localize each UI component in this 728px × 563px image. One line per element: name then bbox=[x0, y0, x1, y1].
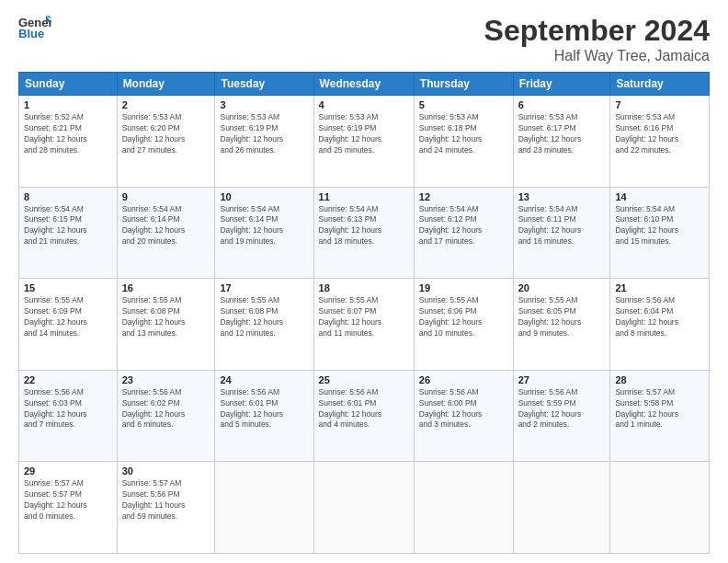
calendar-week-2: 8Sunrise: 5:54 AM Sunset: 6:15 PM Daylig… bbox=[19, 187, 710, 279]
table-row: 21Sunrise: 5:56 AM Sunset: 6:04 PM Dayli… bbox=[610, 279, 710, 371]
table-row bbox=[513, 462, 610, 554]
day-info: Sunrise: 5:53 AM Sunset: 6:16 PM Dayligh… bbox=[615, 112, 704, 156]
day-number: 25 bbox=[319, 374, 409, 385]
day-number: 5 bbox=[419, 99, 508, 110]
day-number: 12 bbox=[419, 191, 508, 202]
table-row: 16Sunrise: 5:55 AM Sunset: 6:08 PM Dayli… bbox=[117, 279, 215, 371]
table-row: 23Sunrise: 5:56 AM Sunset: 6:02 PM Dayli… bbox=[117, 370, 215, 462]
location-subtitle: Half Way Tree, Jamaica bbox=[484, 48, 710, 64]
day-info: Sunrise: 5:56 AM Sunset: 6:03 PM Dayligh… bbox=[24, 387, 112, 431]
day-number: 9 bbox=[122, 191, 210, 202]
day-info: Sunrise: 5:52 AM Sunset: 6:21 PM Dayligh… bbox=[24, 112, 112, 156]
table-row: 17Sunrise: 5:55 AM Sunset: 6:08 PM Dayli… bbox=[215, 279, 313, 371]
day-number: 10 bbox=[220, 191, 308, 202]
day-info: Sunrise: 5:54 AM Sunset: 6:15 PM Dayligh… bbox=[24, 204, 112, 248]
day-number: 22 bbox=[24, 374, 112, 385]
table-row: 29Sunrise: 5:57 AM Sunset: 5:57 PM Dayli… bbox=[19, 462, 118, 554]
table-row: 14Sunrise: 5:54 AM Sunset: 6:10 PM Dayli… bbox=[610, 187, 710, 279]
day-number: 3 bbox=[220, 99, 308, 110]
day-info: Sunrise: 5:53 AM Sunset: 6:18 PM Dayligh… bbox=[419, 112, 508, 156]
col-sunday: Sunday bbox=[19, 73, 118, 96]
day-number: 6 bbox=[518, 99, 606, 110]
table-row: 6Sunrise: 5:53 AM Sunset: 6:17 PM Daylig… bbox=[513, 96, 610, 188]
header: General Blue September 2024 Half Way Tre… bbox=[18, 14, 710, 64]
day-info: Sunrise: 5:56 AM Sunset: 6:00 PM Dayligh… bbox=[419, 387, 508, 431]
day-info: Sunrise: 5:53 AM Sunset: 6:20 PM Dayligh… bbox=[122, 112, 210, 156]
table-row: 27Sunrise: 5:56 AM Sunset: 5:59 PM Dayli… bbox=[513, 370, 610, 462]
day-info: Sunrise: 5:56 AM Sunset: 6:04 PM Dayligh… bbox=[615, 295, 704, 339]
col-tuesday: Tuesday bbox=[215, 73, 313, 96]
day-info: Sunrise: 5:54 AM Sunset: 6:12 PM Dayligh… bbox=[419, 204, 508, 248]
table-row: 30Sunrise: 5:57 AM Sunset: 5:56 PM Dayli… bbox=[117, 462, 215, 554]
day-number: 17 bbox=[220, 282, 308, 293]
table-row: 19Sunrise: 5:55 AM Sunset: 6:06 PM Dayli… bbox=[414, 279, 513, 371]
day-number: 14 bbox=[615, 191, 704, 202]
table-row bbox=[313, 462, 414, 554]
day-info: Sunrise: 5:56 AM Sunset: 6:02 PM Dayligh… bbox=[122, 387, 210, 431]
day-info: Sunrise: 5:54 AM Sunset: 6:14 PM Dayligh… bbox=[122, 204, 210, 248]
col-monday: Monday bbox=[117, 73, 215, 96]
table-row: 26Sunrise: 5:56 AM Sunset: 6:00 PM Dayli… bbox=[414, 370, 513, 462]
day-number: 21 bbox=[615, 282, 704, 293]
day-number: 19 bbox=[419, 282, 508, 293]
table-row: 18Sunrise: 5:55 AM Sunset: 6:07 PM Dayli… bbox=[313, 279, 414, 371]
day-number: 11 bbox=[319, 191, 409, 202]
table-row: 25Sunrise: 5:56 AM Sunset: 6:01 PM Dayli… bbox=[313, 370, 414, 462]
day-number: 1 bbox=[24, 99, 112, 110]
day-info: Sunrise: 5:56 AM Sunset: 6:01 PM Dayligh… bbox=[220, 387, 308, 431]
table-row: 15Sunrise: 5:55 AM Sunset: 6:09 PM Dayli… bbox=[19, 279, 118, 371]
table-row: 9Sunrise: 5:54 AM Sunset: 6:14 PM Daylig… bbox=[117, 187, 215, 279]
day-number: 13 bbox=[518, 191, 606, 202]
table-row: 12Sunrise: 5:54 AM Sunset: 6:12 PM Dayli… bbox=[414, 187, 513, 279]
table-row: 11Sunrise: 5:54 AM Sunset: 6:13 PM Dayli… bbox=[313, 187, 414, 279]
table-row: 2Sunrise: 5:53 AM Sunset: 6:20 PM Daylig… bbox=[117, 96, 215, 188]
day-number: 2 bbox=[122, 99, 210, 110]
day-number: 27 bbox=[518, 374, 606, 385]
table-row: 7Sunrise: 5:53 AM Sunset: 6:16 PM Daylig… bbox=[610, 96, 710, 188]
day-info: Sunrise: 5:54 AM Sunset: 6:14 PM Dayligh… bbox=[220, 204, 308, 248]
day-number: 18 bbox=[319, 282, 409, 293]
day-info: Sunrise: 5:55 AM Sunset: 6:08 PM Dayligh… bbox=[220, 295, 308, 339]
day-info: Sunrise: 5:53 AM Sunset: 6:17 PM Dayligh… bbox=[518, 112, 606, 156]
table-row: 1Sunrise: 5:52 AM Sunset: 6:21 PM Daylig… bbox=[19, 96, 118, 188]
day-number: 29 bbox=[24, 465, 112, 477]
day-number: 23 bbox=[122, 374, 210, 385]
day-number: 24 bbox=[220, 374, 308, 385]
col-thursday: Thursday bbox=[414, 73, 513, 96]
day-info: Sunrise: 5:56 AM Sunset: 6:01 PM Dayligh… bbox=[319, 387, 409, 431]
day-info: Sunrise: 5:53 AM Sunset: 6:19 PM Dayligh… bbox=[220, 112, 308, 156]
table-row: 28Sunrise: 5:57 AM Sunset: 5:58 PM Dayli… bbox=[610, 370, 710, 462]
table-row: 10Sunrise: 5:54 AM Sunset: 6:14 PM Dayli… bbox=[215, 187, 313, 279]
table-row bbox=[610, 462, 710, 554]
day-info: Sunrise: 5:55 AM Sunset: 6:07 PM Dayligh… bbox=[319, 295, 409, 339]
day-info: Sunrise: 5:55 AM Sunset: 6:08 PM Dayligh… bbox=[122, 295, 210, 339]
table-row: 5Sunrise: 5:53 AM Sunset: 6:18 PM Daylig… bbox=[414, 96, 513, 188]
table-row: 24Sunrise: 5:56 AM Sunset: 6:01 PM Dayli… bbox=[215, 370, 313, 462]
calendar-week-4: 22Sunrise: 5:56 AM Sunset: 6:03 PM Dayli… bbox=[19, 370, 710, 462]
day-info: Sunrise: 5:54 AM Sunset: 6:10 PM Dayligh… bbox=[615, 204, 704, 248]
calendar-table: Sunday Monday Tuesday Wednesday Thursday… bbox=[18, 72, 710, 554]
day-number: 26 bbox=[419, 374, 508, 385]
day-info: Sunrise: 5:55 AM Sunset: 6:06 PM Dayligh… bbox=[419, 295, 508, 339]
day-number: 16 bbox=[122, 282, 210, 293]
day-info: Sunrise: 5:53 AM Sunset: 6:19 PM Dayligh… bbox=[319, 112, 409, 156]
calendar-week-1: 1Sunrise: 5:52 AM Sunset: 6:21 PM Daylig… bbox=[19, 96, 710, 188]
day-number: 20 bbox=[518, 282, 606, 293]
svg-text:Blue: Blue bbox=[18, 27, 44, 40]
table-row: 3Sunrise: 5:53 AM Sunset: 6:19 PM Daylig… bbox=[215, 96, 313, 188]
day-number: 30 bbox=[122, 465, 210, 477]
calendar-header-row: Sunday Monday Tuesday Wednesday Thursday… bbox=[19, 73, 710, 96]
table-row bbox=[215, 462, 313, 554]
day-info: Sunrise: 5:56 AM Sunset: 5:59 PM Dayligh… bbox=[518, 387, 606, 431]
day-info: Sunrise: 5:55 AM Sunset: 6:05 PM Dayligh… bbox=[518, 295, 606, 339]
day-number: 15 bbox=[24, 282, 112, 293]
table-row: 13Sunrise: 5:54 AM Sunset: 6:11 PM Dayli… bbox=[513, 187, 610, 279]
logo-icon: General Blue bbox=[18, 14, 51, 41]
table-row: 8Sunrise: 5:54 AM Sunset: 6:15 PM Daylig… bbox=[19, 187, 118, 279]
title-block: September 2024 Half Way Tree, Jamaica bbox=[484, 14, 710, 64]
table-row: 22Sunrise: 5:56 AM Sunset: 6:03 PM Dayli… bbox=[19, 370, 118, 462]
day-info: Sunrise: 5:57 AM Sunset: 5:58 PM Dayligh… bbox=[615, 387, 704, 431]
col-friday: Friday bbox=[513, 73, 610, 96]
table-row: 4Sunrise: 5:53 AM Sunset: 6:19 PM Daylig… bbox=[313, 96, 414, 188]
table-row: 20Sunrise: 5:55 AM Sunset: 6:05 PM Dayli… bbox=[513, 279, 610, 371]
